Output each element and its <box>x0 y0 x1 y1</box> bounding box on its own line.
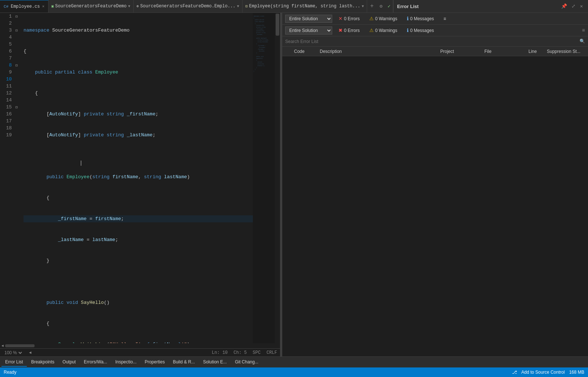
editor-bottom-bar: 100 % 75 % 125 % ◄ Ln: 10 Ch: 5 SPC CRLF <box>0 348 280 356</box>
fold-14[interactable]: ⊟ <box>15 105 20 109</box>
messages-label-visible: 0 Messages <box>410 28 434 33</box>
code-line-1: namespace SourceGeneratorsFeatureDemo <box>24 27 253 34</box>
scope-select[interactable]: Entire Solution Current Project Open Doc… <box>285 15 332 23</box>
scrollbar-h-thumb[interactable] <box>5 344 35 347</box>
code-line-13 <box>24 278 253 285</box>
source-control-label[interactable]: Add to Source Control <box>521 370 565 375</box>
maximize-button[interactable]: ⤢ <box>570 3 577 10</box>
scrollbar-h-track[interactable] <box>5 344 280 347</box>
warnings-label-visible: 0 Warnings <box>375 28 397 33</box>
code-line-11: _lastName = lastName; <box>24 236 253 243</box>
status-left: Ready <box>4 370 17 375</box>
col-line-header[interactable]: Line <box>526 49 544 54</box>
tab-bar: C# Employee.cs × ▣ SourceGeneratorsFeatu… <box>0 0 588 13</box>
tab-employee-cs[interactable]: C# Employee.cs × <box>0 0 49 12</box>
col-code-header[interactable]: Code <box>291 49 317 54</box>
code-content: 1 2 3 4 5 6 7 8 9 10 11 12 14 15 16 17 <box>0 13 280 343</box>
memory-label[interactable]: 168 MB <box>569 370 584 375</box>
errors-button[interactable]: ✕ 0 Errors <box>335 15 363 23</box>
col-suppress-header[interactable]: Suppression St... <box>544 49 588 54</box>
fold-8[interactable]: ⊟ <box>15 63 20 68</box>
code-line-8: public Employee(string firstName, string… <box>24 173 253 180</box>
crlf-indicator: CRLF <box>266 350 277 355</box>
error-toolbar: Entire Solution Current Project Open Doc… <box>282 13 588 25</box>
ln-indicator: Ln: 10 <box>212 350 227 355</box>
tab-label-sg: SourceGeneratorsFeatureDemo <box>55 4 126 9</box>
code-line-10: _firstName = firstName; <box>24 215 253 222</box>
minimap-content: namespace SrcGen { public partial class … <box>253 13 275 75</box>
scroll-left-button[interactable]: ◄ <box>0 343 5 348</box>
tab-close-employee-cs[interactable]: × <box>42 4 44 9</box>
warnings-btn-visible[interactable]: ⚠ 0 Warnings <box>366 26 401 35</box>
bottom-tab-breakpoints[interactable]: Breakpoints <box>28 358 58 367</box>
spc-indicator: SPC <box>253 350 261 355</box>
code-line-15: { <box>24 320 253 327</box>
warning-triangle-icon: ⚠ <box>369 28 374 33</box>
bottom-tab-output[interactable]: Output <box>59 358 79 367</box>
tab-label-sge: SourceGeneratorsFeatureDemo.Emplo... <box>140 4 236 9</box>
error-list-panel: Entire Solution Current Project Open Doc… <box>282 13 588 356</box>
tab-settings-button[interactable]: ⚙ <box>377 3 386 9</box>
vertical-scrollbar[interactable] <box>275 13 280 343</box>
error-x-icon: ✖ <box>338 28 343 33</box>
code-line-14: public void SayHello() <box>24 299 253 306</box>
zoom-container: 100 % 75 % 125 % <box>3 350 23 356</box>
main-area: 1 2 3 4 5 6 7 8 9 10 11 12 14 15 16 17 <box>0 13 588 356</box>
tab-employee-signature[interactable]: ⊡ Employee(string firstName, string last… <box>243 0 368 12</box>
code-line-12: } <box>24 257 253 264</box>
scrollbar-thumb[interactable] <box>276 14 279 36</box>
errors-label-visible: 0 Errors <box>344 28 360 33</box>
line-numbers: 1 2 3 4 5 6 7 8 9 10 11 12 14 15 16 17 <box>0 13 15 343</box>
code-line-6: [AutoNotify] private string _lastName; <box>24 132 253 139</box>
error-icon: ✕ <box>338 16 343 21</box>
bottom-tab-git-chang[interactable]: Git Chang... <box>231 358 262 367</box>
search-error-bar: 🔍 <box>282 36 588 47</box>
search-icon: 🔍 <box>580 39 585 44</box>
git-icon: ⎇ <box>512 370 517 375</box>
ch-indicator: Ch: 5 <box>234 350 247 355</box>
bottom-tab-bar: Error List Breakpoints Output Errors/Wa.… <box>0 356 588 367</box>
bottom-tab-error-list[interactable]: Error List <box>1 358 27 367</box>
add-tab-button[interactable]: + <box>367 3 377 10</box>
col-project-header[interactable]: Project <box>437 49 481 54</box>
messages-btn-visible[interactable]: ℹ 0 Messages <box>404 26 437 35</box>
bottom-tab-inspectio[interactable]: Inspectio... <box>112 358 140 367</box>
bottom-tab-build-r[interactable]: Build & R... <box>169 358 198 367</box>
col-file-header[interactable]: File <box>481 49 526 54</box>
close-panel-button[interactable]: ✕ <box>578 3 584 10</box>
pin-button[interactable]: 📌 <box>560 3 569 10</box>
position-info: Ln: 10 Ch: 5 SPC CRLF <box>212 350 277 355</box>
warnings-count-label: 0 Warnings <box>375 16 397 21</box>
search-error-input[interactable] <box>285 39 578 44</box>
fold-3[interactable]: ⊟ <box>15 28 20 33</box>
zoom-select[interactable]: 100 % 75 % 125 % <box>3 350 23 356</box>
col-desc-header[interactable]: Description <box>317 49 437 54</box>
filter-button[interactable]: ≡ <box>440 15 449 23</box>
errors-btn-visible[interactable]: ✖ 0 Errors <box>335 26 363 35</box>
minimap: namespace SrcGen { public partial class … <box>253 13 275 343</box>
scope-select-visible[interactable]: Entire Solution Current Project Open Doc… <box>285 26 332 35</box>
error-toolbar-visible: Entire Solution Current Project Open Doc… <box>282 25 588 36</box>
error-table-body <box>282 56 588 356</box>
code-line-2: { <box>24 48 253 55</box>
status-right: ⎇ Add to Source Control 168 MB <box>512 370 584 375</box>
bottom-tab-properties[interactable]: Properties <box>141 358 169 367</box>
ready-status: Ready <box>4 370 17 375</box>
error-list-header-row: Error List 📌 ⤢ ✕ <box>393 0 588 12</box>
error-list-title: Error List <box>397 4 419 9</box>
code-line-5: [AutoNotify] private string _firstName; <box>24 111 253 118</box>
messages-button[interactable]: ℹ 0 Messages <box>404 15 437 23</box>
code-lines[interactable]: namespace SourceGeneratorsFeatureDemo { … <box>21 13 253 343</box>
fold-1[interactable]: ⊟ <box>15 14 20 19</box>
method-icon: ⊡ <box>245 4 248 8</box>
bottom-tab-errors-wa[interactable]: Errors/Wa... <box>80 358 111 367</box>
tab-sg-employee[interactable]: ⊕ SourceGeneratorsFeatureDemo.Emplo... ▼ <box>134 0 243 12</box>
warnings-button[interactable]: ⚠ 0 Warnings <box>366 15 401 23</box>
bottom-tab-solution-e[interactable]: Solution E... <box>199 358 230 367</box>
tab-source-generators[interactable]: ▣ SourceGeneratorsFeatureDemo ▼ <box>49 0 133 12</box>
filter-lines-button[interactable]: ≡ <box>582 28 585 33</box>
horizontal-scrollbar[interactable]: ◄ <box>0 343 280 348</box>
info-circle-icon: ℹ <box>407 28 409 33</box>
fold-icons: ⊟ ⊟ ⊟ ⊟ <box>15 13 21 343</box>
filter-icon: ≡ <box>444 16 446 21</box>
